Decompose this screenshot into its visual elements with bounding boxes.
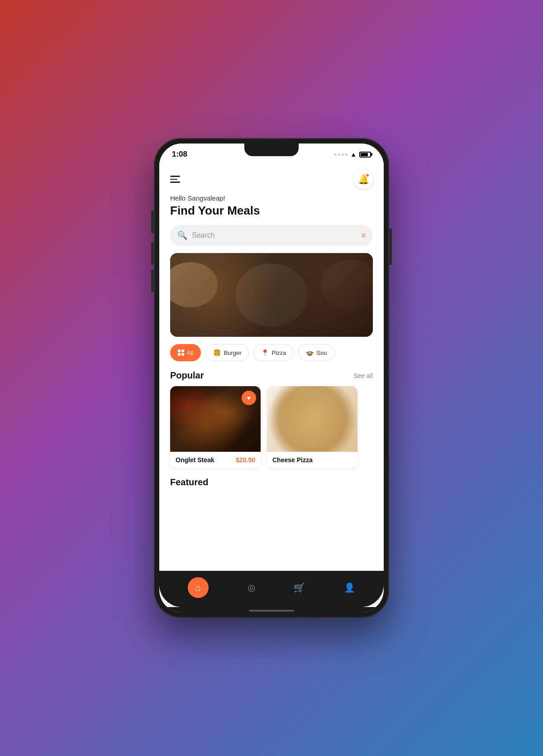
category-chip-soup[interactable]: 🍲 Sou xyxy=(298,344,334,361)
nav-explore[interactable]: ◎ xyxy=(248,582,255,593)
popular-title: Popular xyxy=(170,370,204,381)
favorite-button-steak[interactable]: ♥ xyxy=(242,391,256,405)
status-icons: ▲ xyxy=(334,151,371,158)
soup-icon: 🍲 xyxy=(306,349,314,356)
featured-title: Featured xyxy=(170,477,208,487)
battery-icon xyxy=(359,152,371,158)
notification-badge xyxy=(366,173,369,177)
search-icon: 🔍 xyxy=(177,230,187,240)
app-header: 🔔 xyxy=(159,163,384,194)
home-icon: ⌂ xyxy=(195,583,201,593)
filter-icon[interactable]: ≡ xyxy=(362,231,366,239)
burger-icon: 🍔 xyxy=(213,349,221,356)
search-bar[interactable]: 🔍 Search ≡ xyxy=(170,225,373,246)
category-label-soup: Sou xyxy=(316,349,327,356)
home-indicator xyxy=(159,607,384,612)
greeting-title: Find Your Meals xyxy=(170,204,373,218)
heart-icon: ♥ xyxy=(247,394,251,402)
steak-price: $20.50 xyxy=(236,456,255,464)
search-placeholder[interactable]: Search xyxy=(192,231,357,239)
menu-button[interactable] xyxy=(170,176,180,183)
featured-section: Featured xyxy=(159,475,384,492)
greeting-section: Hello Sangvaleap! Find Your Meals xyxy=(159,194,384,225)
steak-name: Onglet Steak xyxy=(176,456,214,464)
pizza-visual xyxy=(267,386,357,452)
person-icon: 👤 xyxy=(344,582,355,593)
category-chip-burger[interactable]: 🍔 Burger xyxy=(205,344,249,361)
phone-screen: 1:08 ▲ xyxy=(159,144,384,612)
bottom-navigation: ⌂ ◎ 🛒 👤 xyxy=(159,571,384,607)
compass-icon: ◎ xyxy=(248,582,255,593)
pizza-card-info: Cheese Pizza xyxy=(267,452,357,468)
app-content: 🔔 Hello Sangvaleap! Find Your Meals 🔍 Se… xyxy=(159,163,384,571)
pizza-name: Cheese Pizza xyxy=(272,456,313,464)
grid-icon xyxy=(178,349,184,356)
category-label-all: All xyxy=(187,349,193,356)
category-label-burger: Burger xyxy=(224,349,241,356)
wifi-icon: ▲ xyxy=(350,151,357,158)
category-chip-all[interactable]: All xyxy=(170,344,201,361)
steak-card-info: Onglet Steak $20.50 xyxy=(170,452,261,468)
pizza-image xyxy=(267,386,357,452)
cart-icon: 🛒 xyxy=(294,582,305,593)
phone-notch xyxy=(244,144,299,156)
nav-cart[interactable]: 🛒 xyxy=(294,582,305,593)
nav-profile[interactable]: 👤 xyxy=(344,582,355,593)
nav-home[interactable]: ⌂ xyxy=(188,577,209,598)
home-icon-wrap: ⌂ xyxy=(188,577,209,598)
categories-section: All 🍔 Burger 📍 Pizza 🍲 Sou xyxy=(159,344,384,368)
search-section: 🔍 Search ≡ xyxy=(159,225,384,253)
category-label-pizza: Pizza xyxy=(272,349,286,356)
food-overlay xyxy=(170,253,373,337)
notification-button[interactable]: 🔔 xyxy=(354,170,373,189)
food-cards: ♥ Onglet Steak $20.50 xyxy=(159,386,384,475)
steak-image: ♥ xyxy=(170,386,261,452)
status-time: 1:08 xyxy=(172,150,187,159)
food-card-steak[interactable]: ♥ Onglet Steak $20.50 xyxy=(170,386,261,468)
home-bar xyxy=(249,610,294,612)
food-card-pizza[interactable]: Cheese Pizza xyxy=(267,386,357,468)
popular-section-header: Popular See all xyxy=(159,368,384,386)
food-scene xyxy=(170,253,373,337)
greeting-hello: Hello Sangvaleap! xyxy=(170,194,373,202)
category-chip-pizza[interactable]: 📍 Pizza xyxy=(253,344,294,361)
pizza-icon: 📍 xyxy=(261,349,269,356)
pizza-bg xyxy=(267,386,357,452)
see-all-button[interactable]: See all xyxy=(353,372,373,379)
signal-icon xyxy=(334,153,348,156)
phone-frame: 1:08 ▲ xyxy=(154,138,389,618)
hero-image xyxy=(170,253,373,337)
